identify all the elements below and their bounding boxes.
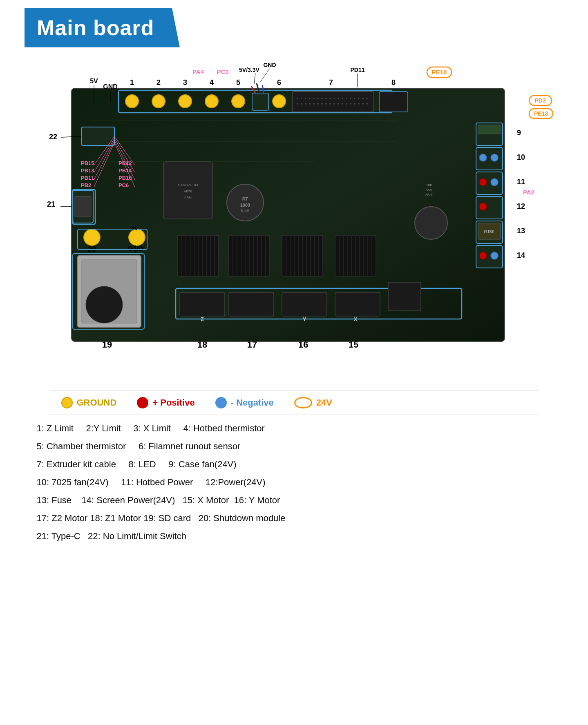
cap-label-6: RVT — [425, 193, 433, 197]
svg-point-30 — [354, 103, 355, 105]
svg-point-14 — [321, 103, 323, 105]
chip-label-1: STM32F103 — [178, 183, 198, 187]
connector-3 — [179, 95, 192, 108]
motor-y-label: Y — [302, 316, 306, 322]
legend-negative: - Negative — [215, 397, 274, 408]
legend-ground: GROUND — [61, 397, 117, 408]
num-5: 5 — [236, 78, 240, 87]
connector-6 — [273, 95, 286, 108]
legend-negative-label: - Negative — [231, 397, 274, 408]
desc-row-2: 7: Extruder kit cable 8: LED 9: Case fan… — [37, 459, 552, 470]
svg-point-6 — [321, 98, 323, 99]
connector-10-neg1 — [479, 154, 487, 161]
legend-positive: + Positive — [137, 397, 195, 408]
svg-point-4 — [313, 98, 315, 99]
connector-11-neg — [491, 178, 498, 186]
desc-row-4: 13: Fuse 14: Screen Power(24V) 15: X Mot… — [37, 495, 552, 506]
svg-point-31 — [358, 103, 360, 105]
connector-11-pos — [479, 178, 487, 186]
svg-point-33 — [366, 98, 368, 99]
label-pb13: PB13 — [81, 167, 94, 174]
num-12: 12 — [517, 202, 525, 210]
svg-point-9 — [301, 103, 302, 105]
connector-16-y — [282, 292, 327, 316]
legend-section: GROUND + Positive - Negative 24V — [49, 390, 539, 415]
line-5v-3v3 — [254, 73, 255, 84]
svg-point-23 — [358, 98, 360, 99]
connector-9-inner — [478, 125, 501, 134]
label-pc0: PC0 — [217, 68, 228, 75]
svg-point-7 — [325, 98, 327, 99]
num-18-bottom: 18 — [197, 339, 207, 350]
line-gnd2 — [259, 69, 270, 83]
legend-positive-label: + Positive — [152, 397, 195, 408]
label-gnd-top2: GND — [263, 62, 276, 68]
svg-point-20 — [346, 98, 347, 99]
svg-point-27 — [342, 103, 343, 105]
svg-point-15 — [325, 103, 327, 105]
svg-point-25 — [333, 103, 335, 105]
label-pb2: PB2 — [81, 182, 91, 188]
sd-disk — [86, 286, 123, 323]
page-title: Main board — [37, 16, 163, 40]
desc-text-0: 1: Z Limit 2:Y Limit 3: X Limit 4: Hotbe… — [37, 423, 265, 434]
num-11: 11 — [517, 178, 525, 186]
desc-text-2: 7: Extruder kit cable 8: LED 9: Case fan… — [37, 459, 237, 470]
chip-label-2: VET6 — [183, 190, 192, 193]
label-pb11: PB11 — [81, 175, 94, 181]
chip-label-3: ARM — [184, 196, 192, 199]
descriptions-section: 1: Z Limit 2:Y Limit 3: X Limit 4: Hotbe… — [29, 423, 560, 542]
board-diagram: FUSE — [29, 60, 568, 382]
connector-20-yellow — [84, 229, 100, 245]
num-17-bottom: 17 — [247, 339, 257, 350]
svg-point-3 — [309, 98, 311, 99]
cap-label-5: 35V — [425, 188, 432, 192]
svg-point-16 — [329, 98, 331, 99]
svg-point-28 — [346, 103, 347, 105]
connector-15-x — [335, 292, 380, 316]
num-10: 10 — [517, 153, 525, 161]
num-22: 22 — [49, 133, 57, 141]
label-gnd-top: GND — [103, 83, 118, 90]
desc-row-5: 17: Z2 Motor 18: Z1 Motor 19: SD card 20… — [37, 513, 552, 524]
cap-label-2: 1000 — [240, 203, 250, 207]
cap-label-4: 100 — [426, 183, 432, 187]
connector-14-neg — [491, 252, 498, 259]
svg-point-1 — [301, 98, 302, 99]
desc-row-3: 10: 7025 fan(24V) 11: Hotbed Power 12:Po… — [37, 477, 552, 488]
svg-point-29 — [350, 103, 351, 105]
num-6: 6 — [277, 78, 281, 87]
num-16-bottom: 16 — [298, 339, 308, 350]
connector-1 — [125, 95, 139, 108]
connector-20-yellow2 — [129, 229, 145, 245]
num-1: 1 — [130, 78, 134, 87]
svg-point-21 — [350, 98, 351, 99]
svg-point-8 — [297, 103, 298, 105]
desc-text-5: 17: Z2 Motor 18: Z1 Motor 19: SD card 20… — [37, 513, 286, 524]
svg-point-12 — [313, 103, 315, 105]
num-2: 2 — [156, 78, 160, 87]
num-19-bottom: 19 — [102, 339, 112, 350]
diagram-wrapper: FUSE — [29, 60, 560, 382]
cap-label-3: 6.3V — [241, 208, 249, 213]
num-8: 8 — [391, 78, 395, 87]
page-header: Main board — [25, 8, 180, 47]
connector-5 — [232, 95, 245, 108]
svg-point-35 — [366, 103, 368, 105]
legend-ground-circle — [61, 397, 73, 408]
connector-18-z1 — [180, 292, 225, 316]
desc-row-1: 5: Chamber thermistor 6: Filamnet runout… — [37, 441, 552, 452]
svg-point-0 — [297, 98, 298, 99]
svg-point-11 — [309, 103, 311, 105]
motor-z-label: Z — [201, 316, 204, 322]
connector-14-pos — [479, 252, 487, 259]
desc-text-6: 21: Type-C 22: No Limit/Limit Switch — [37, 531, 186, 542]
label-pe10: PE10 — [431, 69, 447, 76]
desc-text-1: 5: Chamber thermistor 6: Filamnet runout… — [37, 441, 241, 452]
motor-x-label: X — [353, 316, 357, 322]
connector-10-neg2 — [491, 154, 498, 161]
label-pa2: PA2 — [523, 189, 534, 196]
svg-point-5 — [317, 98, 319, 99]
cap-label-1: RT — [242, 196, 248, 201]
svg-point-22 — [354, 98, 355, 99]
